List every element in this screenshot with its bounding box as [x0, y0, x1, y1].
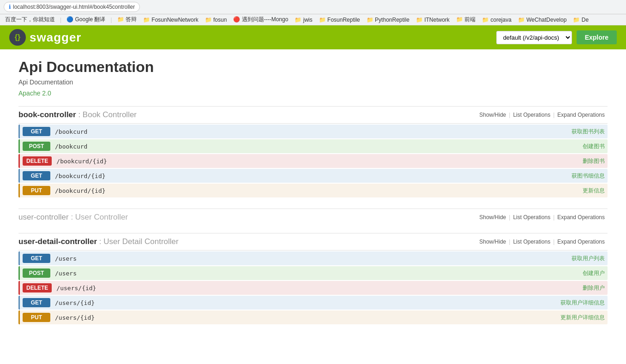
op-desc: 更新信息	[583, 187, 605, 195]
op-desc: 获取用户详细信息	[560, 299, 605, 307]
op-path: /bookcurd/{id}	[55, 173, 572, 179]
bookmarks-bar: 百度一下，你就知道 | 🔵 Google 翻译 | 📁 答辩 📁 FosunNe…	[0, 14, 626, 25]
op-desc: 删除用户	[583, 284, 605, 292]
bookmark-item[interactable]: 🔴 遇到问题----Mongo	[232, 15, 289, 24]
op-desc: 获取用户列表	[572, 255, 605, 263]
bookmark-item[interactable]: 📁 De	[572, 16, 590, 24]
operation-row[interactable]: GET /bookcurd/{id} 获图书细信息	[18, 169, 608, 183]
operation-row[interactable]: GET /users 获取用户列表	[18, 251, 608, 265]
op-path: /bookcurd	[55, 128, 572, 135]
controller-name-user: user-controller : User Controller	[18, 213, 128, 222]
controller-name-book: book-controller : Book Controller	[18, 110, 137, 119]
bookmark-separator: |	[111, 17, 112, 23]
controller-name-bold-detail: user-detail-controller	[18, 237, 97, 246]
operation-row[interactable]: PUT /bookcurd/{id} 更新信息	[18, 184, 608, 197]
api-title: Api Documentation	[18, 59, 608, 76]
expand-ops-detail[interactable]: Expand Operations	[554, 239, 608, 245]
method-badge-delete: DELETE	[23, 283, 52, 292]
operation-row[interactable]: GET /bookcurd 获取图书列表	[18, 125, 608, 138]
bookmark-item[interactable]: 📁 答辩	[116, 15, 138, 24]
method-badge-get: GET	[23, 171, 50, 180]
op-desc: 获取图书列表	[572, 128, 605, 136]
expand-ops-user[interactable]: Expand Operations	[554, 214, 608, 221]
controller-section-book: book-controller : Book Controller Show/H…	[18, 106, 608, 197]
controller-actions-book: Show/Hide | List Operations | Expand Ope…	[476, 112, 608, 118]
operation-row[interactable]: DELETE /bookcurd/{id} 删除图书	[18, 154, 608, 168]
list-ops-detail[interactable]: List Operations	[510, 239, 553, 245]
browser-bar: ℹ localhost:8003/swagger-ui.html#/book45…	[0, 0, 626, 14]
bookmark-item[interactable]: 🔵 Google 翻译	[65, 15, 107, 24]
method-badge-post: POST	[23, 142, 50, 151]
bookmark-item[interactable]: 📁 FosunReptile	[318, 16, 361, 24]
controller-section-user-detail: user-detail-controller : User Detail Con…	[18, 233, 608, 324]
controller-name-bold-user: user-controller	[18, 213, 69, 221]
logo-braces: {}	[15, 33, 20, 42]
controller-section-user: user-controller : User Controller Show/H…	[18, 209, 608, 226]
swagger-logo: {} swagger	[9, 29, 82, 46]
bookmark-item[interactable]: 📁 FosunNewNetwork	[142, 16, 200, 24]
bookmark-item[interactable]: 百度一下，你就知道	[4, 15, 56, 24]
op-path: /users	[55, 270, 583, 277]
controller-name-desc: : Book Controller	[78, 110, 137, 119]
controller-header-user-detail: user-detail-controller : User Detail Con…	[18, 233, 608, 251]
api-subtitle: Api Documentation	[18, 78, 608, 86]
op-desc: 删除图书	[583, 157, 605, 165]
url-bar[interactable]: ℹ localhost:8003/swagger-ui.html#/book45…	[4, 2, 140, 12]
swagger-controls: default (/v2/api-docs) Explore	[496, 30, 617, 44]
method-badge-get: GET	[23, 127, 50, 136]
bookmark-item[interactable]: 📁 jwis	[293, 16, 313, 24]
method-badge-put: PUT	[23, 186, 50, 195]
operation-row[interactable]: POST /bookcurd 创建图书	[18, 139, 608, 153]
operation-row[interactable]: POST /users 创建用户	[18, 266, 608, 280]
method-badge-get: GET	[23, 298, 50, 307]
api-docs-select[interactable]: default (/v2/api-docs)	[496, 31, 572, 44]
method-badge-put: PUT	[23, 313, 50, 322]
controller-name-desc-detail: : User Detail Controller	[99, 237, 179, 246]
apache-license-link[interactable]: Apache 2.0	[18, 90, 51, 97]
main-content: Api Documentation Api Documentation Apac…	[0, 49, 626, 345]
method-badge-get: GET	[23, 254, 50, 263]
op-desc: 创建用户	[583, 269, 605, 277]
bookmark-separator: |	[60, 17, 61, 23]
method-badge-delete: DELETE	[23, 156, 52, 166]
op-path: /bookcurd/{id}	[55, 187, 583, 194]
op-path: /users/{id}	[55, 299, 560, 306]
op-path: /bookcurd/{id}	[56, 158, 583, 165]
operation-row[interactable]: GET /users/{id} 获取用户详细信息	[18, 296, 608, 310]
swagger-logo-icon: {}	[9, 29, 26, 46]
method-badge-post: POST	[23, 269, 50, 278]
expand-ops-book[interactable]: Expand Operations	[554, 112, 608, 118]
show-hide-detail[interactable]: Show/Hide	[476, 239, 509, 245]
swagger-header: {} swagger default (/v2/api-docs) Explor…	[0, 25, 626, 49]
operation-row[interactable]: PUT /users/{id} 更新用户详细信息	[18, 310, 608, 324]
show-hide-user[interactable]: Show/Hide	[476, 214, 509, 221]
op-desc: 获图书细信息	[572, 172, 605, 180]
show-hide-book[interactable]: Show/Hide	[476, 112, 509, 118]
controller-actions-user: Show/Hide | List Operations | Expand Ope…	[476, 214, 608, 221]
explore-button[interactable]: Explore	[577, 30, 617, 44]
controller-name-bold: book-controller	[18, 110, 76, 119]
list-ops-book[interactable]: List Operations	[510, 112, 553, 118]
list-ops-user[interactable]: List Operations	[510, 214, 553, 221]
op-path: /users	[55, 255, 572, 262]
op-path: /bookcurd	[55, 143, 583, 150]
controller-name-user-detail: user-detail-controller : User Detail Con…	[18, 237, 179, 246]
info-icon: ℹ	[9, 4, 11, 10]
bookmark-item[interactable]: 📁 ITNetwork	[415, 16, 451, 24]
url-text: localhost:8003/swagger-ui.html#/book45co…	[13, 4, 135, 10]
controller-actions-detail: Show/Hide | List Operations | Expand Ope…	[476, 239, 608, 245]
bookmark-item[interactable]: 📁 WeChatDevelop	[517, 16, 568, 24]
op-desc: 更新用户详细信息	[560, 314, 605, 322]
operation-row[interactable]: DELETE /users/{id} 删除用户	[18, 281, 608, 295]
op-desc: 创建图书	[583, 143, 605, 150]
bookmark-item[interactable]: 📁 fosun	[204, 16, 229, 24]
controller-header-book: book-controller : Book Controller Show/H…	[18, 106, 608, 124]
bookmark-item[interactable]: 📁 前端	[455, 15, 477, 24]
bookmark-item[interactable]: 📁 PythonReptile	[365, 16, 411, 24]
op-path: /users/{id}	[55, 314, 560, 321]
controller-header-user: user-controller : User Controller Show/H…	[18, 209, 608, 226]
bookmark-item[interactable]: 📁 corejava	[481, 16, 513, 24]
swagger-title: swagger	[30, 30, 82, 45]
controller-name-desc-user: : User Controller	[71, 213, 128, 221]
op-path: /users/{id}	[56, 285, 583, 292]
